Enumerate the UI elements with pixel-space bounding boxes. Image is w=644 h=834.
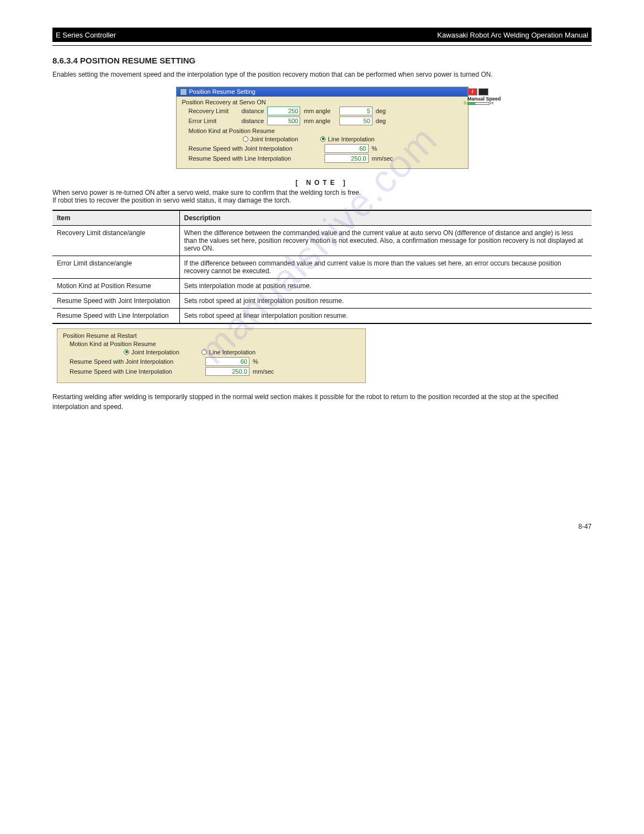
panel2-resume-joint-label: Resume Speed with Joint Interpolation [70, 358, 202, 365]
heading-recovery: Position Recovery at Servo ON [182, 99, 462, 105]
header-right: Kawasaki Robot Arc Welding Operation Man… [437, 31, 588, 39]
badge-h: H [490, 100, 493, 105]
panel2-resume-line-label: Resume Speed with Line Interpolation [70, 368, 202, 375]
recovery-angle-input[interactable] [339, 107, 372, 115]
panel2-radio-joint[interactable]: Joint Interpolation [124, 349, 179, 355]
resume-line-label: Resume Speed with Line Interpolation [189, 155, 321, 162]
motion-kind-label: Motion Kind at Position Resume [189, 128, 462, 134]
table-row: Recovery Limit distance/angle When the d… [52, 225, 592, 256]
cell-item: Resume Speed with Joint Interpolation [52, 293, 179, 308]
panel2-radio-joint-dot [124, 349, 129, 355]
cell-item: Resume Speed with Line Interpolation [52, 308, 179, 323]
window-icon [180, 88, 187, 95]
manual-speed-badge: I Manual Speed S H [467, 88, 501, 105]
table-header-item: Item [52, 210, 179, 226]
error-angle-input[interactable] [339, 116, 372, 125]
table-header-desc: Description [179, 210, 592, 226]
resume-joint-label: Resume Speed with Joint Interpolation [189, 145, 321, 152]
resume-line-input[interactable] [324, 154, 369, 163]
unit-deg-1: deg [376, 108, 386, 114]
radio-line-dot [320, 136, 326, 142]
radio-joint-dot [243, 136, 248, 142]
cell-desc: Sets robot speed at joint interpolation … [179, 293, 592, 308]
unit-mm-angle-2: mm angle [304, 118, 330, 124]
table-row: Resume Speed with Line Interpolation Set… [52, 308, 592, 323]
position-resume-window: I Manual Speed S H Position Resume Setti… [176, 87, 469, 169]
note-text-1: When servo power is re-turned ON after a… [52, 189, 592, 196]
cell-desc: Sets interpolation mode at position resu… [179, 278, 592, 293]
panel2-radio-line-label: Line Interpolation [209, 349, 256, 355]
panel2-motion-kind-label: Motion Kind at Position Resume [70, 341, 360, 347]
panel2-heading: Position Resume at Restart [63, 332, 360, 339]
panel2-radio-line[interactable]: Line Interpolation [201, 349, 256, 355]
badge-s: S [464, 100, 466, 105]
error-distance-input[interactable] [267, 116, 300, 125]
distance-label: distance [242, 108, 264, 114]
radio-joint-label: Joint Interpolation [251, 136, 299, 142]
header-bar: E Series Controller Kawasaki Robot Arc W… [52, 28, 592, 42]
radio-line[interactable]: Line Interpolation [320, 136, 374, 142]
unit-percent: % [372, 145, 377, 152]
header-left: E Series Controller [56, 31, 116, 39]
cell-item: Error Limit distance/angle [52, 256, 179, 278]
panel2-resume-joint-input[interactable] [205, 357, 249, 366]
note-block: [ NOTE ] When servo power is re-turned O… [52, 179, 592, 204]
note-text-2: If robot tries to recover the position i… [52, 196, 592, 204]
after-panel2-text: Restarting welding after welding is temp… [52, 392, 592, 412]
window-titlebar: Position Resume Setting [177, 87, 468, 97]
panel2-unit-mmsec: mm/sec [253, 368, 274, 375]
table-row: Error Limit distance/angle If the differ… [52, 256, 592, 278]
error-limit-label: Error Limit [189, 118, 238, 124]
resume-joint-input[interactable] [324, 144, 369, 153]
panel2-resume-line-input[interactable] [205, 367, 249, 376]
table-row: Motion Kind at Position Resume Sets inte… [52, 278, 592, 293]
unit-deg-2: deg [376, 118, 386, 124]
intro-text: Enables setting the movement speed and t… [52, 70, 592, 80]
window-title-text: Position Resume Setting [189, 88, 256, 95]
header-rule [52, 45, 592, 46]
unit-mmsec: mm/sec [372, 155, 393, 162]
cell-item: Recovery Limit distance/angle [52, 225, 179, 256]
panel2-radio-line-dot [201, 349, 207, 355]
note-label: [ NOTE ] [296, 179, 349, 187]
table-row: Resume Speed with Joint Interpolation Se… [52, 293, 592, 308]
radio-line-label: Line Interpolation [328, 136, 374, 142]
cell-item: Motion Kind at Position Resume [52, 278, 179, 293]
badge-dark-icon [478, 88, 488, 95]
page-footer: 8-47 [52, 523, 592, 530]
panel2-radio-joint-label: Joint Interpolation [131, 349, 179, 355]
cell-desc: Sets robot speed at linear interpolation… [179, 308, 592, 323]
config-table: Item Description Recovery Limit distance… [52, 210, 592, 324]
position-resume-restart-panel: Position Resume at Restart Motion Kind a… [57, 328, 366, 383]
badge-label: Manual Speed [467, 96, 501, 102]
cell-desc: If the difference between commanded valu… [179, 256, 592, 278]
recovery-limit-label: Recovery Limit [189, 108, 238, 114]
panel2-unit-percent: % [253, 358, 258, 365]
recovery-distance-input[interactable] [267, 107, 300, 115]
cell-desc: When the difference between the commande… [179, 225, 592, 256]
badge-i-icon: I [467, 88, 477, 95]
radio-joint[interactable]: Joint Interpolation [243, 136, 299, 142]
speed-bar: S H [467, 102, 489, 105]
distance-label-2: distance [242, 118, 264, 124]
section-number: 8.6.3.4 POSITION RESUME SETTING [52, 56, 592, 65]
unit-mm-angle-1: mm angle [304, 108, 330, 114]
